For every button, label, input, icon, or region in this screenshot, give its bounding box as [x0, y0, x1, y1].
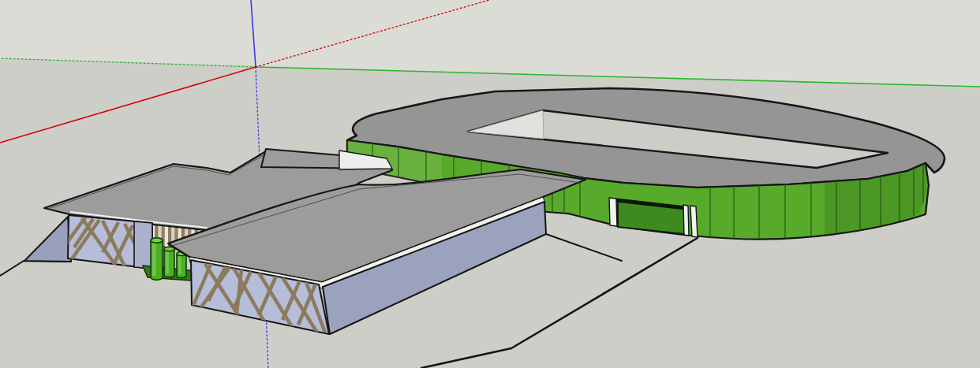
viewport-3d-scene[interactable] [0, 0, 980, 368]
rear-pavilion-corner-column [134, 221, 152, 269]
model-viewport[interactable] [0, 0, 980, 368]
green-cylinder-2 [164, 247, 174, 277]
entrance-post-left [609, 198, 617, 226]
entrance-post-right-a [683, 205, 689, 236]
green-cylinder-1 [151, 238, 163, 280]
entrance-post-right-b [690, 206, 698, 237]
green-cylinder-3 [177, 251, 186, 277]
